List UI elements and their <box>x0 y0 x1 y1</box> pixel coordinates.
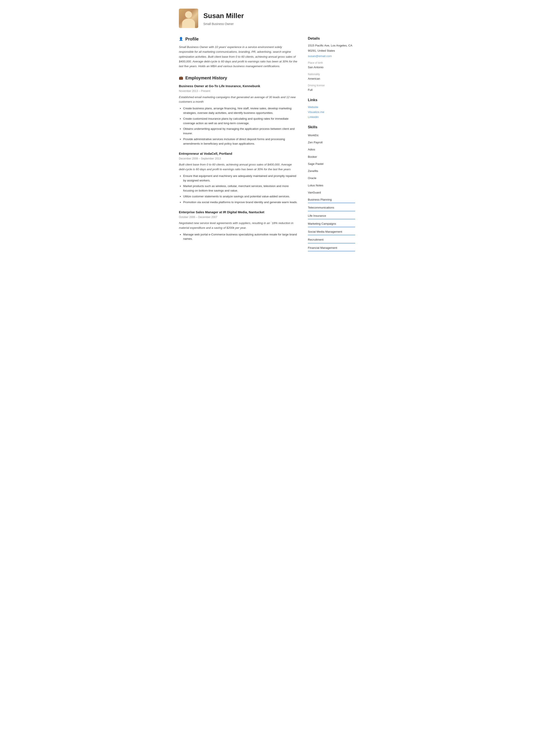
list-item: Utilize customer statements to analyze s… <box>183 194 297 199</box>
skill-item-underlined: Business Planning <box>308 197 355 203</box>
profile-section: 👤 Profile Small Business Owner with 10 y… <box>179 36 297 68</box>
place-of-birth-label: Place of birth <box>308 61 355 65</box>
skill-item: Adios <box>308 146 355 152</box>
job-2: Entrepreneur at VodaCell, Portland Decem… <box>179 151 297 205</box>
skill-item: WorkEtc <box>308 132 355 138</box>
job-3-title: Enterprise Sales Manager at IR Digital M… <box>179 210 297 215</box>
skill-item: Lotus Notes <box>308 182 355 189</box>
skills-title: Skills <box>308 124 355 130</box>
list-item: Promotion via social media platforms to … <box>183 200 297 205</box>
skill-item-underlined: Telecommunications <box>308 204 355 211</box>
resume-page: Susan Miller Small Business Owner 👤 Prof… <box>170 0 364 269</box>
skill-item: Oracle <box>308 175 355 181</box>
list-item: Ensure that equipment and machinery are … <box>183 174 297 183</box>
skill-item-underlined: Financial Management <box>308 245 355 251</box>
skill-item: Sage Pastel <box>308 161 355 167</box>
skill-item: VanGuard <box>308 189 355 196</box>
header: Susan Miller Small Business Owner <box>179 9 355 28</box>
list-item: Market products such as wireless, cellul… <box>183 184 297 193</box>
place-of-birth-value: San Antonio <box>308 65 355 69</box>
right-column: Details 1515 Pacific Ave, Los Angeles, C… <box>308 36 355 256</box>
list-item: Provide administrative services inclusiv… <box>183 137 297 146</box>
driving-license-label: Driving license <box>308 84 355 87</box>
details-section: Details 1515 Pacific Ave, Los Angeles, C… <box>308 36 355 92</box>
candidate-name: Susan Miller <box>203 11 244 21</box>
skills-section: Skills WorkEtc Zen Payroll Adios Booker … <box>308 124 355 251</box>
link-website[interactable]: Website <box>308 105 355 109</box>
job-2-summary: Built client base from 0 to 60 clients, … <box>179 162 297 172</box>
list-item: Create business plans, arrange financing… <box>183 106 297 115</box>
profile-section-title: 👤 Profile <box>179 36 297 42</box>
skill-item-underlined: Social Media Management <box>308 229 355 235</box>
links-title: Links <box>308 97 355 103</box>
list-item: Manage web portal e-Commerce business sp… <box>183 232 297 241</box>
details-title: Details <box>308 36 355 41</box>
skill-item-underlined: Marketing Campaigns <box>308 221 355 227</box>
job-3-bullets: Manage web portal e-Commerce business sp… <box>179 232 297 241</box>
job-3-summary: Negotiated new service level agreements … <box>179 221 297 230</box>
left-column: 👤 Profile Small Business Owner with 10 y… <box>179 36 297 256</box>
job-1-bullets: Create business plans, arrange financing… <box>179 106 297 146</box>
candidate-subtitle: Small Business Owner <box>203 22 244 26</box>
avatar <box>179 9 198 28</box>
address-line2: 90291, United States <box>308 49 355 53</box>
header-info: Susan Miller Small Business Owner <box>203 11 244 26</box>
employment-section-title: 💼 Employment History <box>179 75 297 81</box>
nationality-label: Nationality <box>308 72 355 76</box>
profile-icon: 👤 <box>179 36 183 41</box>
job-2-dates: December 2008 – September 2013 <box>179 157 297 161</box>
skill-item-underlined: Life Insurance <box>308 213 355 219</box>
list-item: Create customized insurance plans by cal… <box>183 117 297 126</box>
employment-icon: 💼 <box>179 75 183 80</box>
skill-item-underlined: Recruitment <box>308 236 355 243</box>
nationality-value: American <box>308 77 355 81</box>
skill-item: Zenefits <box>308 168 355 174</box>
link-linkedin[interactable]: Linkedin <box>308 115 355 119</box>
job-3: Enterprise Sales Manager at IR Digital M… <box>179 210 297 241</box>
job-3-dates: October 2006 – December 2007 <box>179 215 297 219</box>
employment-section: 💼 Employment History Business Owner at G… <box>179 75 297 241</box>
link-visualizeme[interactable]: Visualize.me <box>308 110 355 114</box>
links-section: Links Website Visualize.me Linkedin <box>308 97 355 119</box>
job-1-summary: Established email marketing campaigns th… <box>179 95 297 104</box>
driving-license-value: Full <box>308 88 355 92</box>
job-2-bullets: Ensure that equipment and machinery are … <box>179 174 297 205</box>
job-2-title: Entrepreneur at VodaCell, Portland <box>179 151 297 156</box>
job-1-title: Business Owner at Go-To Life Insurance, … <box>179 84 297 89</box>
list-item: Obtains underwriting approval by managin… <box>183 127 297 136</box>
main-layout: 👤 Profile Small Business Owner with 10 y… <box>179 36 355 256</box>
profile-text: Small Business Owner with 10 years' expe… <box>179 45 297 68</box>
job-1-dates: November 2013 – Present <box>179 89 297 93</box>
skill-item: Booker <box>308 154 355 160</box>
address-line1: 1515 Pacific Ave, Los Angeles, CA <box>308 43 355 48</box>
skill-item: Zen Payroll <box>308 139 355 146</box>
job-1: Business Owner at Go-To Life Insurance, … <box>179 84 297 146</box>
email-link[interactable]: susan@email.com <box>308 54 332 58</box>
